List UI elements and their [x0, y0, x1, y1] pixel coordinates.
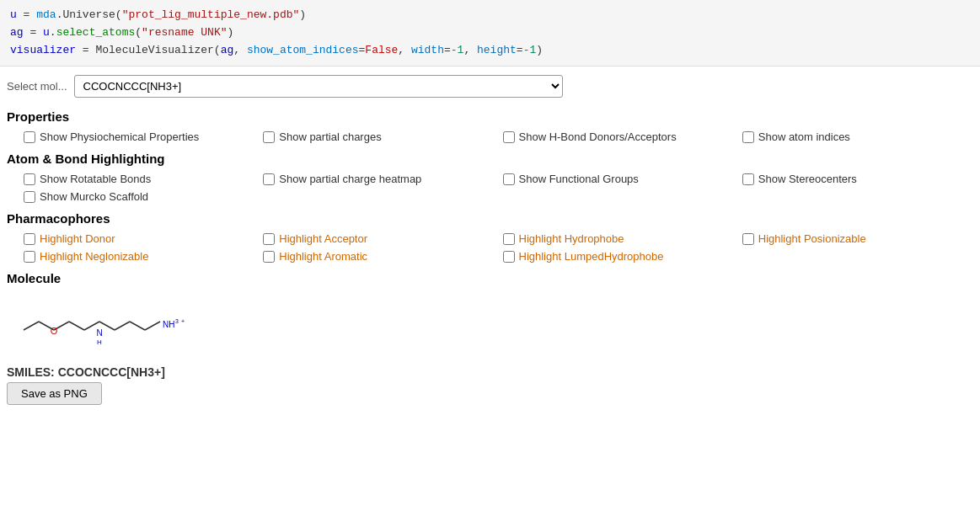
select-mol-label: Select mol... — [7, 80, 67, 93]
checkbox-lumped-label[interactable]: Highlight LumpedHydrophobe — [519, 250, 664, 263]
checkbox-aromatic-label[interactable]: Highlight Aromatic — [279, 250, 367, 263]
molecule-header: Molecule — [7, 271, 973, 285]
checkbox-functional-input[interactable] — [503, 173, 515, 185]
checkbox-neglonizable-label[interactable]: Highlight Neglonizable — [40, 250, 148, 263]
checkbox-murcko-input[interactable] — [24, 191, 35, 203]
code-line-2: ag = u.select_atoms("resname UNK") — [10, 24, 970, 42]
checkbox-acceptor: Highlight Acceptor — [263, 232, 494, 245]
checkbox-functional: Show Functional Groups — [503, 173, 734, 185]
checkbox-partial-charges-label[interactable]: Show partial charges — [279, 130, 381, 143]
atom-bond-checkboxes-row1: Show Rotatable Bonds Show partial charge… — [7, 173, 973, 185]
checkbox-partial-heatmap: Show partial charge heatmap — [263, 173, 494, 185]
properties-header: Properties — [7, 109, 973, 124]
svg-text:O: O — [51, 326, 58, 336]
checkbox-physiochem-input[interactable] — [24, 131, 35, 143]
checkbox-murcko: Show Murcko Scaffold — [24, 190, 973, 203]
checkbox-neglonizable-input[interactable] — [24, 251, 35, 263]
checkbox-partial-heatmap-label[interactable]: Show partial charge heatmap — [279, 173, 421, 185]
pharmacophores-header: Pharmacophores — [7, 211, 973, 226]
checkbox-atom-indices: Show atom indices — [742, 130, 973, 143]
checkbox-acceptor-input[interactable] — [263, 233, 275, 245]
checkbox-donor-label[interactable]: Highlight Donor — [40, 232, 115, 245]
atom-bond-header: Atom & Bond Highlighting — [7, 152, 973, 166]
svg-line-7 — [130, 322, 145, 330]
checkbox-lumped-input[interactable] — [503, 251, 515, 263]
checkbox-rotatable-input[interactable] — [24, 173, 35, 185]
checkbox-hydrophobe-label[interactable]: Highlight Hydrophobe — [519, 232, 624, 245]
checkbox-hbond-input[interactable] — [503, 131, 515, 143]
checkbox-hbond: Show H-Bond Donors/Acceptors — [503, 130, 734, 143]
code-line-1: u = mda.Universe("prot_lig_multiple_new.… — [10, 7, 970, 24]
checkbox-atom-indices-label[interactable]: Show atom indices — [758, 130, 850, 143]
main-content: Select mol... CCOCNCCC[NH3+] Properties … — [0, 67, 980, 413]
save-png-button[interactable]: Save as PNG — [7, 382, 102, 405]
pharmacophores-checkboxes-row1: Highlight Donor Highlight Acceptor Highl… — [7, 232, 973, 245]
svg-text:3: 3 — [175, 318, 179, 324]
checkbox-posionizable-label[interactable]: Highlight Posionizable — [758, 232, 866, 245]
properties-checkboxes: Show Physiochemical Properties Show part… — [7, 130, 973, 143]
checkbox-atom-indices-input[interactable] — [742, 131, 754, 143]
checkbox-stereo-input[interactable] — [742, 173, 754, 185]
select-mol-row: Select mol... CCOCNCCC[NH3+] — [7, 75, 973, 98]
checkbox-murcko-label[interactable]: Show Murcko Scaffold — [40, 190, 148, 203]
svg-text:N: N — [96, 328, 102, 338]
svg-text:H: H — [97, 338, 102, 346]
checkbox-lumped: Highlight LumpedHydrophobe — [503, 250, 734, 263]
svg-line-6 — [115, 322, 130, 330]
molecule-section: Molecule O N H — [7, 271, 973, 405]
checkbox-partial-heatmap-input[interactable] — [263, 173, 275, 185]
code-block: u = mda.Universe("prot_lig_multiple_new.… — [0, 0, 980, 67]
checkbox-hydrophobe-input[interactable] — [503, 233, 515, 245]
checkbox-functional-label[interactable]: Show Functional Groups — [519, 173, 639, 185]
checkbox-acceptor-label[interactable]: Highlight Acceptor — [279, 232, 367, 245]
checkbox-physiochem: Show Physiochemical Properties — [24, 130, 254, 143]
checkbox-rotatable: Show Rotatable Bonds — [24, 173, 254, 185]
code-line-3: visualizer = MoleculeVisualizer(ag, show… — [10, 42, 970, 60]
molecule-svg: O N H NH 3 + — [7, 292, 209, 359]
checkbox-stereo: Show Stereocenters — [742, 173, 973, 185]
svg-text:+: + — [181, 318, 185, 324]
checkbox-posionizable: Highlight Posionizable — [742, 232, 973, 245]
pharmacophores-checkboxes-row2: Highlight Neglonizable Highlight Aromati… — [7, 250, 973, 263]
svg-text:NH: NH — [163, 320, 174, 329]
mol-select[interactable]: CCOCNCCC[NH3+] — [74, 75, 563, 98]
smiles-line: SMILES: CCOCNCCC[NH3+] — [7, 365, 973, 379]
checkbox-physiochem-label[interactable]: Show Physiochemical Properties — [40, 130, 199, 143]
checkbox-hydrophobe: Highlight Hydrophobe — [503, 232, 734, 245]
checkbox-rotatable-label[interactable]: Show Rotatable Bonds — [40, 173, 151, 185]
checkbox-posionizable-input[interactable] — [742, 233, 754, 245]
checkbox-hbond-label[interactable]: Show H-Bond Donors/Acceptors — [519, 130, 677, 143]
checkbox-stereo-label[interactable]: Show Stereocenters — [758, 173, 857, 185]
checkbox-aromatic-input[interactable] — [263, 251, 275, 263]
checkbox-partial-charges: Show partial charges — [263, 130, 494, 143]
atom-bond-checkboxes-row2: Show Murcko Scaffold — [7, 190, 973, 203]
checkbox-aromatic: Highlight Aromatic — [263, 250, 494, 263]
svg-line-0 — [24, 322, 39, 330]
svg-line-8 — [145, 322, 160, 330]
checkbox-partial-charges-input[interactable] — [263, 131, 275, 143]
checkbox-donor-input[interactable] — [24, 233, 35, 245]
checkbox-donor: Highlight Donor — [24, 232, 254, 245]
svg-line-3 — [69, 322, 84, 330]
checkbox-neglonizable: Highlight Neglonizable — [24, 250, 254, 263]
